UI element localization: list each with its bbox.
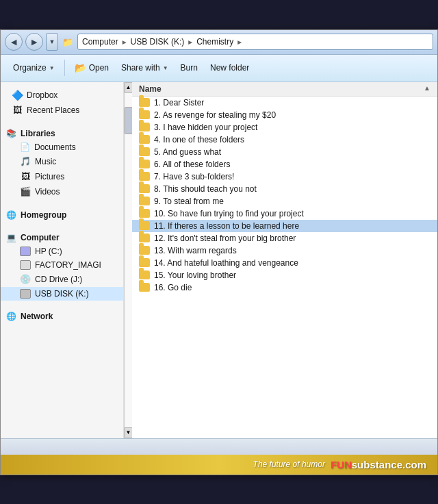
file-row[interactable]: 11. If theres a lesson to be learned her… (132, 220, 437, 232)
file-row[interactable]: 5. And guess what (132, 146, 437, 158)
factory-icon (20, 260, 31, 270)
organize-label: Organize (13, 63, 47, 73)
folder-item-icon (139, 160, 150, 168)
sidebar-gap-3 (1, 222, 123, 229)
file-row[interactable]: 8. This should teach you not (132, 183, 437, 195)
path-sep-1: ► (121, 38, 128, 46)
file-list-header: Name ▲ (132, 82, 437, 97)
file-row-label: 8. This should teach you not (154, 184, 257, 194)
sidebar-recent-label: Recent Places (27, 105, 79, 115)
file-row[interactable]: 3. I have hidden your project (132, 121, 437, 134)
file-row[interactable]: 16. Go die (132, 281, 437, 294)
file-row-label: 6. All of these folders (154, 160, 230, 169)
open-button[interactable]: 📂 Open (69, 60, 114, 75)
path-chemistry[interactable]: Chemistry (196, 37, 233, 47)
scroll-up-arrow[interactable]: ▲ (125, 82, 133, 93)
scroll-down-arrow[interactable]: ▼ (125, 427, 133, 438)
file-row-label: 10. So have fun trying to find your proj… (154, 209, 304, 218)
file-row-label: 1. Dear Sister (154, 98, 204, 108)
explorer-window: ◀ ▶ ▼ 📁 Computer ► USB DISK (K:) ► Chemi… (0, 29, 438, 475)
share-with-button[interactable]: Share with ▼ (116, 61, 174, 75)
sidebar-item-factory[interactable]: FACTORY_IMAGI (1, 258, 123, 272)
folder-item-icon (139, 221, 150, 230)
sidebar-computer-header[interactable]: 💻 Computer (1, 229, 123, 244)
dropdown-button[interactable]: ▼ (46, 33, 58, 51)
folder-item-icon (139, 135, 150, 144)
sidebar-item-hp[interactable]: HP (C:) (1, 244, 123, 258)
sidebar-homegroup-header[interactable]: 🌐 Homegroup (1, 206, 123, 222)
sort-indicator: ▲ (424, 84, 430, 92)
sidebar-item-videos[interactable]: 🎬 Videos (1, 184, 123, 199)
sidebar: 🔷 Dropbox 🖼 Recent Places 📚 Libraries 📄 … (1, 82, 124, 438)
file-row[interactable]: 14. And hateful loathing and vengeance (132, 257, 437, 269)
watermark-substance: substance (352, 459, 402, 470)
file-row[interactable]: 9. To steal from me (132, 195, 437, 207)
music-icon: 🎵 (20, 156, 31, 167)
network-icon: 🌐 (6, 312, 16, 321)
folder-item-icon (139, 123, 150, 131)
sidebar-item-dropbox[interactable]: 🔷 Dropbox (1, 88, 123, 103)
file-row[interactable]: 15. Your loving brother (132, 269, 437, 281)
file-row-label: 12. It's don't steal from your big broth… (154, 234, 296, 243)
file-row[interactable]: 13. With warm regards (132, 244, 437, 257)
burn-button[interactable]: Burn (175, 61, 203, 75)
open-icon: 📂 (75, 62, 86, 73)
documents-icon: 📄 (20, 142, 30, 152)
sidebar-item-cd[interactable]: 💿 CD Drive (J:) (1, 272, 123, 287)
address-bar: ◀ ▶ ▼ 📁 Computer ► USB DISK (K:) ► Chemi… (1, 30, 437, 55)
file-rows-container: 1. Dear Sister2. As revenge for stealing… (132, 97, 437, 294)
new-folder-label: New folder (210, 63, 249, 73)
cd-icon: 💿 (20, 274, 31, 285)
status-bar (1, 438, 437, 455)
sidebar-item-music[interactable]: 🎵 Music (1, 154, 123, 169)
sidebar-libraries-header[interactable]: 📚 Libraries (1, 125, 123, 140)
sidebar-container: 🔷 Dropbox 🖼 Recent Places 📚 Libraries 📄 … (1, 82, 132, 438)
sidebar-dropbox-label: Dropbox (27, 90, 57, 100)
sidebar-item-documents[interactable]: 📄 Documents (1, 140, 123, 154)
file-row[interactable]: 2. As revenge for stealing my $20 (132, 109, 437, 121)
file-row-label: 7. Have 3 sub-folders! (154, 172, 234, 181)
path-sep-2: ► (187, 38, 194, 46)
sidebar-scrollbar[interactable]: ▲ ▼ (124, 82, 132, 438)
file-row-label: 3. I have hidden your project (154, 123, 257, 132)
main-area: 🔷 Dropbox 🖼 Recent Places 📚 Libraries 📄 … (1, 82, 437, 438)
folder-item-icon (139, 147, 150, 156)
sidebar-item-pictures[interactable]: 🖼 Pictures (1, 169, 123, 184)
file-row-label: 4. In one of these folders (154, 135, 244, 144)
folder-item-icon (139, 110, 150, 119)
address-path[interactable]: Computer ► USB DISK (K:) ► Chemistry ► (77, 34, 433, 50)
sidebar-gap-1 (1, 118, 123, 125)
folder-item-icon (139, 270, 150, 279)
file-row[interactable]: 6. All of these folders (132, 158, 437, 171)
folder-item-icon (139, 258, 150, 267)
back-button[interactable]: ◀ (5, 33, 23, 51)
file-list: Name ▲ 1. Dear Sister2. As revenge for s… (132, 82, 437, 438)
organize-button[interactable]: Organize ▼ (8, 61, 60, 75)
file-row[interactable]: 7. Have 3 sub-folders! (132, 171, 437, 183)
sidebar-item-recent[interactable]: 🖼 Recent Places (1, 103, 123, 118)
file-row[interactable]: 4. In one of these folders (132, 134, 437, 146)
folder-icon: 📁 (61, 35, 75, 49)
scroll-thumb[interactable] (125, 107, 133, 134)
sidebar-computer-label: Computer (21, 233, 60, 242)
sidebar-gap-2 (1, 199, 123, 206)
sidebar-music-label: Music (35, 157, 56, 166)
file-row[interactable]: 10. So have fun trying to find your proj… (132, 207, 437, 220)
burn-label: Burn (181, 63, 198, 73)
file-row-label: 2. As revenge for stealing my $20 (154, 110, 276, 120)
file-row[interactable]: 1. Dear Sister (132, 97, 437, 109)
path-usb[interactable]: USB DISK (K:) (131, 37, 185, 47)
new-folder-button[interactable]: New folder (205, 61, 255, 75)
watermark-italic: The future of humor (253, 459, 325, 469)
file-row-label: 14. And hateful loathing and vengeance (154, 258, 298, 268)
forward-button[interactable]: ▶ (25, 33, 43, 51)
path-computer[interactable]: Computer (82, 37, 118, 47)
scroll-track (125, 93, 133, 427)
file-row[interactable]: 12. It's don't steal from your big broth… (132, 232, 437, 244)
path-sep-3: ► (236, 38, 243, 46)
watermark-fun: FUN (331, 459, 352, 470)
watermark-com: com (405, 459, 426, 470)
sidebar-network-header[interactable]: 🌐 Network (1, 307, 123, 323)
sidebar-item-usb[interactable]: USB DISK (K:) (1, 287, 123, 301)
share-with-arrow: ▼ (163, 65, 168, 71)
